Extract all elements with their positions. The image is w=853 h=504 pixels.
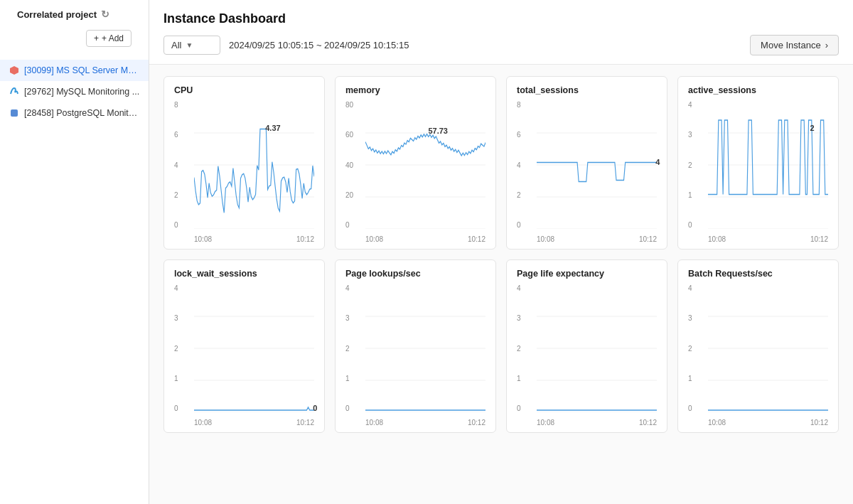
charts-area: CPU864204.3710:0810:12memory80604020057.… (149, 65, 853, 504)
y-labels-page_life: 43210 (517, 284, 521, 412)
chart-inner-memory (365, 101, 485, 229)
chart-card-active_sessions: active_sessions43210210:0810:12 (677, 76, 839, 250)
chart-title-total_sessions: total_sessions (517, 85, 657, 95)
chart-svg-page_life (537, 284, 657, 412)
x-labels-cpu: 10:0810:12 (194, 235, 314, 243)
charts-grid: CPU864204.3710:0810:12memory80604020057.… (163, 76, 839, 433)
y-labels-cpu: 86420 (174, 101, 178, 229)
sidebar-item-label-mysql: [29762] MySQL Monitoring ... (24, 87, 139, 97)
x-labels-active_sessions: 10:0810:12 (708, 235, 828, 243)
chart-inner-active_sessions (708, 101, 828, 229)
plus-icon: + (94, 33, 99, 43)
chart-annotation-memory: 57.73 (428, 127, 448, 135)
y-labels-lock_wait: 43210 (174, 284, 178, 412)
y-labels-active_sessions: 43210 (688, 101, 692, 229)
chart-annotation-lock_wait: 0 (313, 404, 317, 412)
y-labels-page_lookups: 43210 (345, 284, 350, 412)
x-labels-page_life: 10:0810:12 (537, 419, 657, 427)
chart-svg-memory (365, 101, 485, 229)
move-instance-label: Move Instance (761, 40, 821, 50)
chart-svg-cpu (194, 101, 314, 229)
chart-inner-total_sessions (537, 101, 657, 229)
chart-card-page_life: Page life expectancy4321010:0810:12 (506, 259, 667, 433)
chart-annotation-cpu: 4.37 (265, 124, 280, 132)
chart-inner-page_lookups (365, 284, 485, 412)
add-label: + Add (102, 33, 124, 43)
sidebar: Correlated project ↻ + + Add [30099] MS … (0, 0, 149, 504)
chart-inner-batch_req (708, 284, 828, 412)
chart-title-lock_wait: lock_wait_sessions (174, 269, 314, 279)
sidebar-items-list: [30099] MS SQL Server Mo...[29762] MySQL… (0, 60, 149, 124)
x-labels-page_lookups: 10:0810:12 (365, 419, 485, 427)
page-title: Instance Dashboard (163, 11, 839, 26)
chart-card-lock_wait: lock_wait_sessions43210010:0810:12 (163, 259, 325, 433)
filter-dropdown[interactable]: All ▼ (163, 36, 220, 55)
chart-card-cpu: CPU864204.3710:0810:12 (163, 76, 325, 250)
sidebar-title: Correlated project ↻ (9, 9, 118, 26)
chart-body-cpu: 864204.3710:0810:12 (174, 101, 314, 243)
x-labels-memory: 10:0810:12 (365, 235, 485, 243)
chart-title-page_life: Page life expectancy (517, 269, 657, 279)
chart-annotation-total_sessions: 4 (655, 158, 660, 166)
mssql-icon (9, 65, 20, 76)
move-instance-button[interactable]: Move Instance › (750, 35, 839, 55)
svg-marker-0 (10, 66, 18, 75)
chart-inner-page_life (537, 284, 657, 412)
chart-title-batch_req: Batch Requests/sec (688, 269, 828, 279)
chart-body-total_sessions: 86420410:0810:12 (517, 101, 657, 243)
x-labels-total_sessions: 10:0810:12 (537, 235, 657, 243)
refresh-icon[interactable]: ↻ (101, 9, 109, 20)
chart-title-page_lookups: Page lookups/sec (345, 269, 485, 279)
sidebar-item-pgsql[interactable]: [28458] PostgreSQL Monito... (0, 102, 149, 124)
chart-annotation-active_sessions: 2 (810, 124, 815, 132)
chart-body-batch_req: 4321010:0810:12 (688, 284, 828, 427)
chart-title-cpu: CPU (174, 85, 314, 95)
chart-card-total_sessions: total_sessions86420410:0810:12 (506, 76, 667, 250)
sidebar-item-label-mssql: [30099] MS SQL Server Mo... (24, 65, 140, 75)
y-labels-total_sessions: 86420 (517, 101, 521, 229)
chevron-right-icon: › (825, 40, 828, 50)
chart-body-active_sessions: 43210210:0810:12 (688, 101, 828, 243)
filter-value: All (171, 40, 181, 50)
mysql-icon (9, 86, 20, 97)
y-labels-batch_req: 43210 (688, 284, 692, 412)
toolbar: All ▼ 2024/09/25 10:05:15 ~ 2024/09/25 1… (163, 35, 839, 55)
chart-card-batch_req: Batch Requests/sec4321010:0810:12 (677, 259, 839, 433)
chart-body-lock_wait: 43210010:0810:12 (174, 284, 314, 427)
main-header: Instance Dashboard All ▼ 2024/09/25 10:0… (149, 0, 853, 65)
add-button[interactable]: + + Add (86, 30, 132, 47)
pgsql-icon (9, 107, 20, 119)
x-labels-lock_wait: 10:0810:12 (194, 419, 314, 427)
chart-body-page_lookups: 4321010:0810:12 (345, 284, 485, 427)
chart-body-page_life: 4321010:0810:12 (517, 284, 657, 427)
date-range: 2024/09/25 10:05:15 ~ 2024/09/25 10:15:1… (229, 40, 409, 50)
sidebar-header: Correlated project ↻ (0, 9, 149, 30)
chart-svg-page_lookups (365, 284, 485, 412)
y-labels-memory: 806040200 (345, 101, 353, 229)
chevron-down-icon: ▼ (186, 41, 193, 49)
sidebar-title-text: Correlated project (17, 9, 97, 20)
chart-inner-lock_wait (194, 284, 314, 412)
chart-body-memory: 80604020057.7310:0810:12 (345, 101, 485, 243)
chart-svg-total_sessions (537, 101, 657, 229)
sidebar-item-mssql[interactable]: [30099] MS SQL Server Mo... (0, 60, 149, 81)
chart-svg-lock_wait (194, 284, 314, 412)
x-labels-batch_req: 10:0810:12 (708, 419, 828, 427)
chart-title-active_sessions: active_sessions (688, 85, 828, 95)
chart-inner-cpu (194, 101, 314, 229)
sidebar-item-mysql[interactable]: [29762] MySQL Monitoring ... (0, 81, 149, 102)
chart-title-memory: memory (345, 85, 485, 95)
sidebar-item-label-pgsql: [28458] PostgreSQL Monito... (24, 108, 140, 118)
chart-card-memory: memory80604020057.7310:0810:12 (335, 76, 496, 250)
chart-svg-active_sessions (708, 101, 828, 229)
svg-rect-1 (11, 109, 18, 117)
main-content: Instance Dashboard All ▼ 2024/09/25 10:0… (149, 0, 853, 504)
chart-svg-batch_req (708, 284, 828, 412)
chart-card-page_lookups: Page lookups/sec4321010:0810:12 (335, 259, 496, 433)
